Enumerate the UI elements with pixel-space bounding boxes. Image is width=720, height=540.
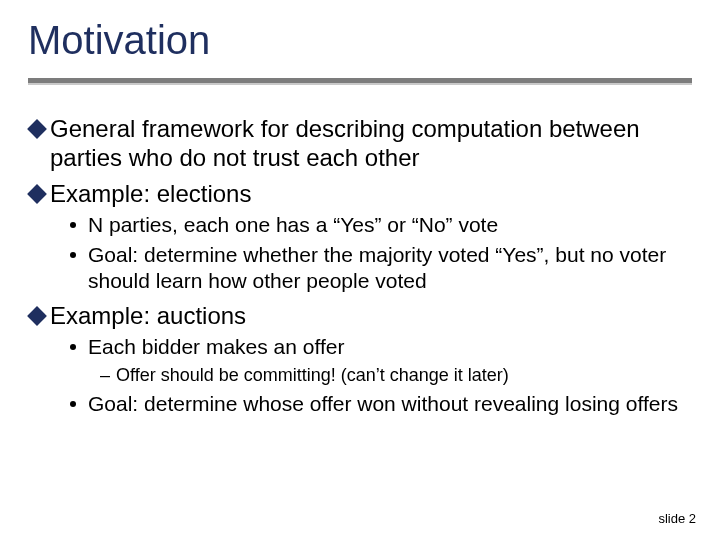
dash-icon: – <box>100 364 110 387</box>
bullet-level2: Goal: determine whose offer won without … <box>70 391 692 417</box>
bullet-level2: N parties, each one has a “Yes” or “No” … <box>70 212 692 238</box>
bullet-text: Goal: determine whether the majority vot… <box>88 242 692 295</box>
slide-number: slide 2 <box>658 511 696 526</box>
slide: Motivation General framework for describ… <box>0 0 720 540</box>
bullet-level1: General framework for describing computa… <box>28 114 692 173</box>
diamond-icon <box>28 185 46 203</box>
bullet-text: Each bidder makes an offer <box>88 334 344 360</box>
dot-icon <box>70 222 76 228</box>
bullet-level1: Example: elections <box>28 179 692 208</box>
bullet-text: General framework for describing computa… <box>50 114 692 173</box>
bullet-text: Offer should be committing! (can’t chang… <box>116 364 509 387</box>
dot-icon <box>70 401 76 407</box>
bullet-level1: Example: auctions <box>28 301 692 330</box>
bullet-text: Example: auctions <box>50 301 246 330</box>
dot-icon <box>70 252 76 258</box>
bullet-level2: Goal: determine whether the majority vot… <box>70 242 692 295</box>
bullet-level3: – Offer should be committing! (can’t cha… <box>100 364 692 387</box>
slide-body: General framework for describing computa… <box>28 108 692 419</box>
diamond-icon <box>28 120 46 138</box>
slide-title: Motivation <box>28 18 210 63</box>
bullet-text: N parties, each one has a “Yes” or “No” … <box>88 212 498 238</box>
title-underline <box>28 78 692 83</box>
diamond-icon <box>28 307 46 325</box>
dot-icon <box>70 344 76 350</box>
bullet-text: Example: elections <box>50 179 251 208</box>
bullet-level2: Each bidder makes an offer <box>70 334 692 360</box>
bullet-text: Goal: determine whose offer won without … <box>88 391 678 417</box>
